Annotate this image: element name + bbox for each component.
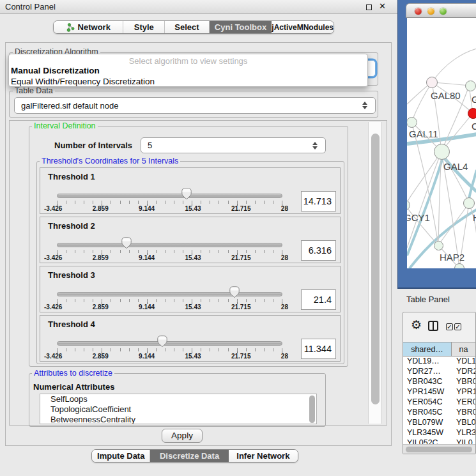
threshold-box: Threshold 3 -3.4262.8599.14415.4321.7152… xyxy=(40,266,341,312)
table-row[interactable]: YLR345WYLR3 xyxy=(403,428,475,438)
tick-label: 15.43 xyxy=(185,205,201,212)
table-row[interactable]: YDL19…YDL1 xyxy=(403,357,475,367)
tab-label: Cyni Toolbox xyxy=(215,22,266,32)
thresholds-list: Threshold 1 -3.4262.8599.14415.4321.7152… xyxy=(40,167,341,364)
table-cell: YPR145W xyxy=(403,387,452,397)
split-columns-icon[interactable] xyxy=(428,321,438,331)
gear-icon[interactable]: ⚙ xyxy=(411,318,422,332)
column-header-shared-name[interactable]: shared… xyxy=(403,342,452,356)
threshold-value-field[interactable]: 6.316 xyxy=(301,240,336,261)
attribute-item[interactable]: SelfLoops xyxy=(40,394,316,404)
table-cell: YBR0 xyxy=(452,377,475,387)
slider-thumb[interactable] xyxy=(157,335,167,347)
slider-track[interactable] xyxy=(57,194,282,198)
tab-discretize-data[interactable]: Discretize Data xyxy=(150,450,228,462)
tab-label: Impute Data xyxy=(97,451,144,461)
table-row[interactable]: YER054CYER0 xyxy=(403,397,475,408)
table-row[interactable]: YBR045CYBR0 xyxy=(403,408,475,418)
tab-select[interactable]: Select xyxy=(165,21,210,33)
network-node[interactable] xyxy=(426,77,438,88)
table-row[interactable]: YIL052CYIL0 xyxy=(403,438,475,444)
dropdown-option-equal-width[interactable]: Equal Width/Frequency Discretization xyxy=(11,77,155,86)
threshold-value-field[interactable]: 14.713 xyxy=(301,191,336,211)
threshold-value-field[interactable]: 21.4 xyxy=(301,289,336,310)
table-data-selected: galFiltered.sif default node xyxy=(21,101,118,111)
slider-thumb[interactable] xyxy=(229,286,240,298)
network-node[interactable] xyxy=(468,108,476,119)
float-window-icon[interactable] xyxy=(366,4,372,10)
slider-thumb[interactable] xyxy=(121,237,132,249)
checkbox-icon[interactable]: ✓ xyxy=(446,323,453,330)
table-cell: YLR345W xyxy=(403,428,452,438)
table-row[interactable]: YDR27…YDR2 xyxy=(403,367,475,377)
tab-jactivemnodules[interactable]: jActiveMNodules xyxy=(272,21,334,33)
table-header-row: shared… na xyxy=(403,342,475,357)
tick-labels: -3.4262.8599.14415.4321.71528 xyxy=(44,353,288,360)
group-title: Interval Definition xyxy=(32,121,98,130)
table-toolbar: ⚙ ✓ ✓ xyxy=(403,312,475,342)
apply-button[interactable]: Apply xyxy=(162,429,203,443)
tab-network[interactable]: Network xyxy=(54,21,123,33)
num-intervals-value: 5 xyxy=(148,141,152,150)
threshold-title: Threshold 2 xyxy=(48,221,95,231)
table-row[interactable]: YBR043CYBR0 xyxy=(403,377,475,387)
slider-track[interactable] xyxy=(57,292,282,296)
threshold-value-field[interactable]: 11.344 xyxy=(301,339,336,359)
close-icon[interactable]: ✕ xyxy=(379,1,386,11)
slider-minor-ticks xyxy=(57,348,283,351)
table-cell: YLR3 xyxy=(452,428,475,438)
list-scrollbar-thumb[interactable] xyxy=(309,395,315,423)
network-node-label: GAL11 xyxy=(409,128,438,139)
table-row[interactable]: YPR145WYPR1 xyxy=(403,387,475,397)
horizontal-scrollbar[interactable] xyxy=(403,444,475,454)
attribute-item[interactable]: BetweennessCentrality xyxy=(40,415,316,424)
tick-label: 21.715 xyxy=(231,303,251,311)
tab-style[interactable]: Style xyxy=(123,21,165,33)
table-cell: YDR2 xyxy=(452,367,475,377)
tab-infer-network[interactable]: Infer Network xyxy=(229,450,298,462)
network-node-label: GAL4 xyxy=(443,161,468,172)
tab-label: Discretize Data xyxy=(160,451,219,461)
vertical-scrollbar[interactable] xyxy=(368,122,381,424)
tab-impute-data[interactable]: Impute Data xyxy=(92,450,150,462)
network-node[interactable] xyxy=(465,81,476,91)
tick-label: 21.715 xyxy=(231,254,251,261)
network-node[interactable] xyxy=(434,241,443,250)
table-cell: YDL19… xyxy=(403,357,452,367)
scrollbar-thumb[interactable] xyxy=(371,134,380,404)
network-view-window: GAL80GACGAL11GAL4GCY1HHAP2 xyxy=(397,0,476,289)
network-node[interactable] xyxy=(434,144,450,160)
table-row[interactable]: YBL079WYBL0 xyxy=(403,418,475,428)
threshold-title: Threshold 3 xyxy=(48,270,95,280)
network-icon xyxy=(66,23,75,32)
attribute-item[interactable]: TopologicalCoefficient xyxy=(40,404,316,415)
mac-zoom-button[interactable] xyxy=(440,8,447,15)
dropdown-option-manual[interactable]: Manual Discretization xyxy=(11,66,100,75)
numerical-attributes-list[interactable]: SelfLoopsTopologicalCoefficientBetweenne… xyxy=(40,394,317,424)
table-data-combobox[interactable]: galFiltered.sif default node xyxy=(14,97,376,114)
network-node[interactable] xyxy=(463,197,475,209)
table-cell: YER054C xyxy=(403,397,452,408)
tick-label: 21.715 xyxy=(231,205,251,212)
slider-track[interactable] xyxy=(57,243,282,247)
num-intervals-combobox[interactable]: 5 xyxy=(141,137,326,153)
control-panel-titlebar: Control Panel ✕ xyxy=(0,0,397,14)
network-node-label: GCY1 xyxy=(407,212,430,223)
slider-track[interactable] xyxy=(57,341,282,346)
tick-label: 15.43 xyxy=(185,353,201,360)
numerical-attributes-label: Numerical Attributes xyxy=(33,382,114,392)
network-node[interactable] xyxy=(407,117,417,128)
algorithm-dropdown-popup: Select algorithm to view settings Manual… xyxy=(8,54,368,87)
table-cell: YER0 xyxy=(452,397,475,408)
mac-close-button[interactable] xyxy=(415,8,422,15)
column-header-name[interactable]: na xyxy=(452,342,475,356)
slider-thumb[interactable] xyxy=(181,188,192,199)
network-canvas[interactable]: GAL80GACGAL11GAL4GCY1HHAP2 xyxy=(407,18,476,268)
dropdown-placeholder: Select algorithm to view settings xyxy=(9,56,367,66)
mac-minimize-button[interactable] xyxy=(427,8,434,15)
table-cell: YIL0 xyxy=(452,438,475,444)
tab-cyni-toolbox[interactable]: Cyni Toolbox xyxy=(210,21,272,33)
checkbox-icon[interactable]: ✓ xyxy=(454,323,461,330)
scrollbar-thumb[interactable] xyxy=(406,447,472,452)
bottom-tab-bar: Impute Data Discretize Data Infer Networ… xyxy=(91,449,298,463)
